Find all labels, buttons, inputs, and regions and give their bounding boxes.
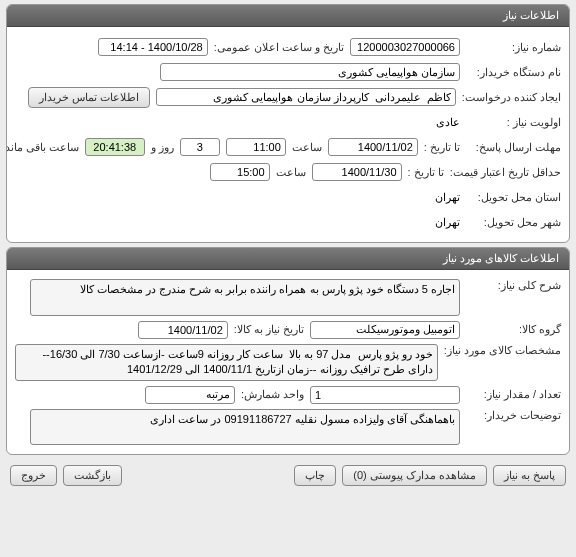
- deadline-time-field[interactable]: [226, 138, 286, 156]
- delivery-province-value: تهران: [435, 191, 460, 204]
- announce-label: تاریخ و ساعت اعلان عمومی:: [214, 41, 344, 54]
- need-date-field[interactable]: [138, 321, 228, 339]
- qty-field[interactable]: [310, 386, 460, 404]
- desc-field[interactable]: [30, 279, 460, 316]
- goods-info-panel: اطلاعات کالاهای مورد نیاز شرح کلی نیاز: …: [6, 247, 570, 455]
- delivery-city-label: شهر محل تحویل:: [466, 216, 561, 229]
- time-label-2: ساعت: [276, 166, 306, 179]
- days-and-label: روز و: [151, 141, 174, 154]
- need-no-field[interactable]: [350, 38, 460, 56]
- view-attachments-button[interactable]: مشاهده مدارک پیوستی (0): [342, 465, 487, 486]
- group-field[interactable]: [310, 321, 460, 339]
- buyer-note-label: توضیحات خریدار:: [466, 409, 561, 422]
- panel2-body: شرح کلی نیاز: گروه کالا: تاریخ نیاز به ک…: [7, 270, 569, 454]
- goods-info-header: اطلاعات کالاهای مورد نیاز: [7, 248, 569, 270]
- need-no-label: شماره نیاز:: [466, 41, 561, 54]
- deadline-send-label: مهلت ارسال پاسخ:: [466, 141, 561, 154]
- panel1-title: اطلاعات نیاز: [503, 9, 559, 21]
- footer-right-group: پاسخ به نیاز مشاهده مدارک پیوستی (0) چاپ: [294, 465, 566, 486]
- reply-need-button[interactable]: پاسخ به نیاز: [493, 465, 566, 486]
- footer-left-group: بازگشت خروج: [10, 465, 122, 486]
- qty-label: تعداد / مقدار نیاز:: [466, 388, 561, 401]
- need-info-header: اطلاعات نیاز: [7, 5, 569, 27]
- deadline-date-field[interactable]: [328, 138, 418, 156]
- days-remaining-field[interactable]: [180, 138, 220, 156]
- priority-label: اولویت نیاز :: [466, 116, 561, 129]
- time-label-1: ساعت: [292, 141, 322, 154]
- back-button[interactable]: بازگشت: [63, 465, 122, 486]
- buyer-org-field[interactable]: [160, 63, 460, 81]
- requester-label: ایجاد کننده درخواست:: [462, 91, 561, 104]
- to-date-label-1: تا تاریخ :: [424, 141, 460, 154]
- print-button[interactable]: چاپ: [294, 465, 336, 486]
- delivery-city-value: تهران: [435, 216, 460, 229]
- delivery-province-label: استان محل تحویل:: [466, 191, 561, 204]
- panel1-body: شماره نیاز: تاریخ و ساعت اعلان عمومی: نا…: [7, 27, 569, 242]
- group-label: گروه کالا:: [466, 323, 561, 336]
- remaining-label: ساعت باقی مانده: [6, 141, 79, 154]
- desc-label: شرح کلی نیاز:: [466, 279, 561, 292]
- announce-field[interactable]: [98, 38, 208, 56]
- countdown-field[interactable]: [85, 138, 145, 156]
- price-validity-time-field[interactable]: [210, 163, 270, 181]
- need-date-label: تاریخ نیاز به کالا:: [234, 323, 304, 336]
- requester-field[interactable]: [156, 88, 456, 106]
- to-date-label-2: تا تاریخ :: [408, 166, 444, 179]
- spec-label: مشخصات کالای مورد نیاز:: [444, 344, 561, 357]
- priority-value: عادی: [436, 116, 460, 129]
- footer-bar: پاسخ به نیاز مشاهده مدارک پیوستی (0) چاپ…: [0, 459, 576, 492]
- buyer-org-label: نام دستگاه خریدار:: [466, 66, 561, 79]
- need-info-panel: اطلاعات نیاز شماره نیاز: تاریخ و ساعت اع…: [6, 4, 570, 243]
- spec-field[interactable]: [15, 344, 438, 381]
- price-validity-date-field[interactable]: [312, 163, 402, 181]
- buyer-contact-button[interactable]: اطلاعات تماس خریدار: [28, 87, 150, 108]
- price-validity-label: حداقل تاریخ اعتبار قیمت:: [450, 166, 561, 179]
- buyer-note-field[interactable]: [30, 409, 460, 446]
- unit-field[interactable]: [145, 386, 235, 404]
- unit-label: واحد شمارش:: [241, 388, 304, 401]
- exit-button[interactable]: خروج: [10, 465, 57, 486]
- panel2-title: اطلاعات کالاهای مورد نیاز: [443, 252, 559, 264]
